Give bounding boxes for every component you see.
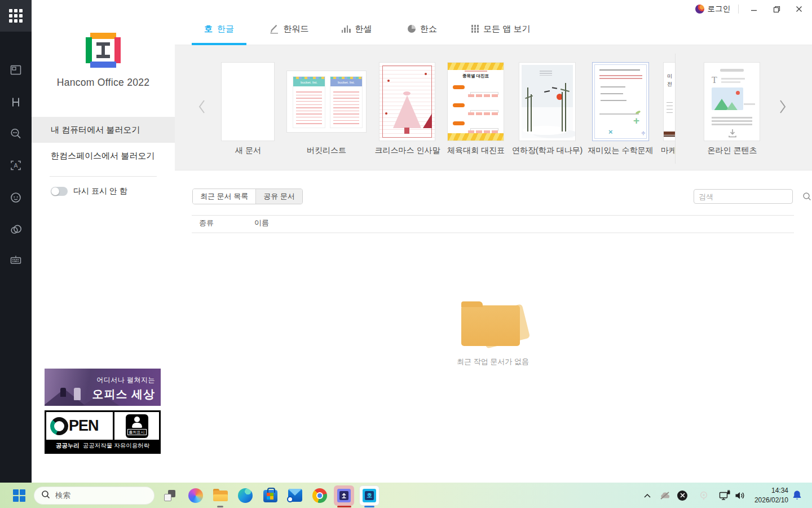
search-dots-icon xyxy=(9,127,23,143)
taskbar-outlook[interactable] xyxy=(287,483,303,508)
rail-item-hancom[interactable] xyxy=(8,96,23,111)
tray-status-error[interactable] xyxy=(675,483,690,508)
template-card-tournament[interactable]: 종목별 대진표 xyxy=(447,62,504,141)
toggle-label: 다시 표시 안 함 xyxy=(73,186,127,196)
rail-item-search[interactable] xyxy=(8,128,23,142)
divider xyxy=(738,5,739,14)
table-header-bottom-line xyxy=(192,233,794,233)
rail-item-window[interactable] xyxy=(8,64,23,78)
person-icon xyxy=(134,417,140,422)
bucket-list-header: bucket. list. xyxy=(330,79,362,86)
column-header-name: 이름 xyxy=(254,218,269,228)
plus-symbol: + xyxy=(633,115,639,127)
login-button[interactable]: 로그인 xyxy=(695,4,731,14)
taskbar-edge[interactable] xyxy=(237,483,253,508)
bell-icon xyxy=(792,490,802,501)
microsoft-store-icon xyxy=(263,490,277,502)
taskbar-chrome[interactable] xyxy=(312,483,328,508)
cloud-rings-icon xyxy=(9,222,23,238)
template-label: 버킷리스트 xyxy=(286,146,367,156)
grid-icon xyxy=(9,9,23,23)
taskbar-hangul-app[interactable]: 호 xyxy=(359,485,379,506)
tray-notifications[interactable] xyxy=(789,483,804,508)
app-launcher-button[interactable] xyxy=(0,0,32,32)
hangul-app-icon: 호 xyxy=(363,489,376,502)
tray-location[interactable] xyxy=(697,483,710,508)
recent-documents-button[interactable]: 최근 문서 목록 xyxy=(193,189,255,204)
app-rail: A xyxy=(0,0,32,483)
template-card-bucket-list[interactable]: bucket. list. bucket. list. xyxy=(286,71,367,133)
rail-item-mascot[interactable] xyxy=(8,191,23,205)
windows-logo-icon xyxy=(13,489,25,502)
template-strip: bucket. list. bucket. list. 종목별 대진표 xyxy=(175,45,812,170)
taskbar-hancom-office-app[interactable] xyxy=(334,485,354,506)
open-logo-icon xyxy=(50,417,68,435)
tab-hanword[interactable]: 한워드 xyxy=(261,12,316,45)
taskbar-store[interactable] xyxy=(262,483,278,508)
windows-taskbar: 호 14:34 2026/02/10 xyxy=(0,483,812,508)
attribution-label: 출처표시 xyxy=(127,429,147,435)
tray-network[interactable] xyxy=(717,483,732,508)
hancom-h-icon xyxy=(9,95,23,111)
tray-volume[interactable] xyxy=(732,483,747,508)
dont-show-again-row: 다시 표시 안 함 xyxy=(51,186,127,196)
login-label: 로그인 xyxy=(708,4,731,14)
menu-open-from-computer[interactable]: 내 컴퓨터에서 불러오기 xyxy=(32,117,175,143)
tray-show-hidden-icons[interactable] xyxy=(641,483,654,508)
dont-show-again-toggle[interactable] xyxy=(51,187,68,196)
templates-scroll-right-button[interactable] xyxy=(776,99,789,115)
template-card-christmas[interactable] xyxy=(379,62,435,141)
tab-hangul[interactable]: 호 한글 xyxy=(192,12,246,45)
running-indicator xyxy=(217,506,223,507)
template-card-clipped[interactable]: 미 전 xyxy=(663,62,675,141)
taskbar-search[interactable] xyxy=(34,487,155,505)
shared-documents-button[interactable]: 공유 문서 xyxy=(255,189,302,204)
window-layout-icon xyxy=(9,63,23,79)
location-target-icon xyxy=(699,491,709,501)
template-card-online-content[interactable]: T xyxy=(704,62,760,141)
keyboard-icon xyxy=(9,253,23,269)
rail-item-ocr[interactable]: A xyxy=(8,159,23,174)
search-icon[interactable] xyxy=(802,192,812,201)
active-indicator-red xyxy=(337,506,351,507)
menu-open-from-hancom-space[interactable]: 한컴스페이스에서 불러오기 xyxy=(32,143,175,169)
mascot-face-icon xyxy=(9,190,23,206)
tray-onedrive-paused[interactable] xyxy=(657,483,672,508)
window-controls: 로그인 xyxy=(695,0,812,18)
template-card-new-document[interactable] xyxy=(221,62,275,141)
template-label: 체육대회 대진표 xyxy=(434,146,518,156)
office-world-ad-banner[interactable]: 어디서나 펼쳐지는 오피스 세상 xyxy=(45,369,161,406)
clock-time: 14:34 xyxy=(771,486,788,495)
taskbar-search-input[interactable] xyxy=(55,491,140,500)
text-t-glyph: T xyxy=(712,75,717,85)
tray-clock[interactable]: 14:34 2026/02/10 xyxy=(748,483,788,508)
tab-hanshow[interactable]: 한쇼 xyxy=(396,12,449,45)
times-symbol: × xyxy=(608,128,613,136)
template-card-newyear[interactable] xyxy=(519,62,576,141)
template-label: 재미있는 수학문제 xyxy=(580,146,661,156)
maximize-button[interactable] xyxy=(769,2,784,16)
close-button[interactable] xyxy=(792,2,806,16)
svg-text:A: A xyxy=(14,162,17,169)
document-search-input[interactable] xyxy=(694,192,802,201)
templates-scroll-left-button[interactable] xyxy=(195,99,209,115)
tab-label: 한셀 xyxy=(355,24,372,34)
brand-title: Hancom Office 2022 xyxy=(32,77,175,89)
start-button[interactable] xyxy=(11,483,27,508)
tab-all-apps[interactable]: 모든 앱 보기 xyxy=(464,12,537,45)
taskbar-copilot[interactable] xyxy=(188,483,204,508)
side-panel: Hancom Office 2022 내 컴퓨터에서 불러오기 한컴스페이스에서… xyxy=(32,0,175,483)
hancom-logo xyxy=(86,33,121,68)
template-card-math[interactable]: + × ÷ xyxy=(592,62,649,141)
tab-hancell[interactable]: 한셀 xyxy=(330,12,383,45)
account-icon xyxy=(695,5,704,14)
kogl-desc: 공공저작물 자유이용허락 xyxy=(83,442,149,450)
rail-item-keyboard[interactable] xyxy=(8,253,23,268)
chevron-left-icon xyxy=(198,99,206,114)
kogl-license-banner[interactable]: PEN 출처표시 공공누리 공공저작물 자유이용허락 xyxy=(45,410,161,454)
rail-item-space[interactable] xyxy=(8,223,23,238)
minimize-button[interactable] xyxy=(747,2,761,16)
tournament-title: 종목별 대진표 xyxy=(448,73,504,79)
task-view-button[interactable] xyxy=(162,483,178,508)
taskbar-file-explorer[interactable] xyxy=(213,483,228,508)
